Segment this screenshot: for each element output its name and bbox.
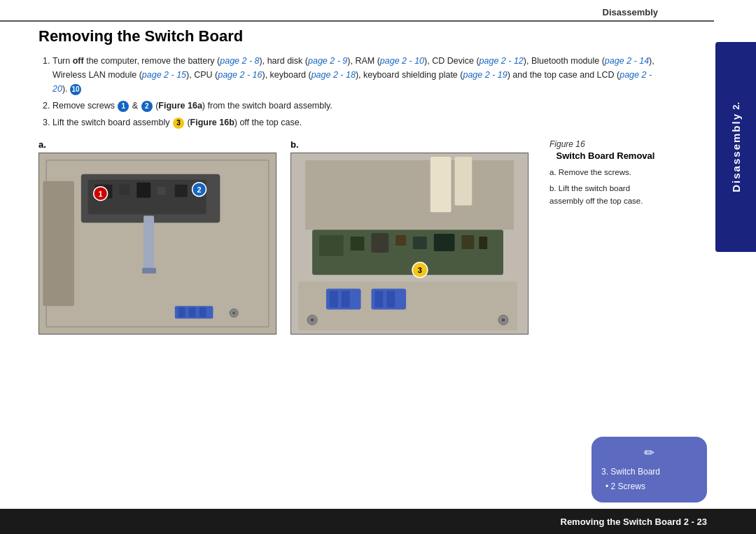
svg-rect-12 <box>142 268 156 274</box>
note-item-3: 3. Switch Board <box>601 466 697 478</box>
svg-rect-6 <box>119 185 130 195</box>
note-icon-10: 10 <box>70 84 81 95</box>
page-header: Disassembly <box>0 0 714 22</box>
link-ram[interactable]: page 2 - 10 <box>380 56 424 66</box>
svg-rect-45 <box>342 290 350 307</box>
svg-rect-33 <box>351 237 365 251</box>
svg-rect-8 <box>158 187 166 195</box>
main-content: Removing the Switch Board Turn off the c… <box>0 22 714 347</box>
svg-rect-11 <box>144 216 154 271</box>
page-footer: Removing the Switch Board 2 - 23 <box>0 509 756 534</box>
pencil-icon: ✏ <box>601 445 697 461</box>
page-title: Removing the Switch Board <box>38 27 662 45</box>
page-container: Disassembly 2. Disassembly Removing the … <box>0 0 756 534</box>
figure-b-svg: 3 <box>291 153 528 334</box>
svg-rect-28 <box>305 160 514 230</box>
svg-rect-35 <box>396 235 406 246</box>
figure-a-image: 1 2 <box>38 153 276 335</box>
svg-rect-2 <box>43 181 74 307</box>
link-cpu[interactable]: page 2 - 16 <box>218 70 262 80</box>
instruction-step2: Remove screws 1 & 2 (Figure 16a) from th… <box>52 99 662 113</box>
fig16a-bold: Figure 16a <box>158 101 202 111</box>
side-tab-number: 2. <box>731 102 741 110</box>
svg-rect-37 <box>434 234 455 251</box>
link-bt[interactable]: page 2 - 14 <box>605 56 649 66</box>
figure-caption-b: b. Lift the switch board assembly off th… <box>550 183 662 207</box>
figure-caption-a: a. Remove the screws. <box>550 167 662 178</box>
svg-rect-39 <box>479 237 487 249</box>
figure-descriptions: a. Remove the screws. b. Lift the switch… <box>550 167 662 207</box>
figure-title: Switch Board Removal <box>550 150 662 161</box>
svg-text:2: 2 <box>197 185 201 194</box>
svg-point-52 <box>501 318 505 322</box>
instructions: Turn off the computer, remove the batter… <box>38 54 662 129</box>
svg-rect-15 <box>189 307 196 317</box>
note-bullet-screws: • 2 Screws <box>606 481 697 493</box>
instruction-step3: Lift the switch board assembly 3 (Figure… <box>52 115 662 129</box>
side-tab: 2. Disassembly <box>715 42 756 252</box>
callout-1-inline: 1 <box>118 101 129 112</box>
svg-rect-29 <box>430 157 451 212</box>
figure-b-image: 3 <box>290 153 528 335</box>
fig16b-bold: Figure 16b <box>190 118 234 127</box>
link-kbd[interactable]: page 2 - 18 <box>312 70 356 80</box>
svg-rect-36 <box>413 237 427 249</box>
callout-2-inline: 2 <box>141 101 153 112</box>
figure-a-wrapper: a. <box>38 139 276 335</box>
footer-text: Removing the Switch Board 2 - 23 <box>561 517 708 527</box>
side-tab-label: Disassembly <box>730 113 742 192</box>
figure-b-label: b. <box>290 139 528 150</box>
svg-point-50 <box>311 318 314 322</box>
svg-text:1: 1 <box>99 190 103 198</box>
figure-b-wrapper: b. <box>290 139 528 335</box>
note-box: ✏ 3. Switch Board • 2 Screws <box>592 437 707 503</box>
svg-rect-30 <box>455 157 472 205</box>
svg-rect-9 <box>175 185 188 197</box>
svg-point-22 <box>232 311 235 314</box>
header-title: Disassembly <box>603 7 659 17</box>
link-cd[interactable]: page 2 - 12 <box>479 56 524 66</box>
figure-a-label: a. <box>38 139 276 150</box>
figure-number: Figure 16 <box>550 139 662 149</box>
svg-rect-7 <box>136 183 150 198</box>
svg-rect-48 <box>386 290 395 307</box>
svg-rect-34 <box>371 233 388 253</box>
svg-rect-47 <box>374 290 383 307</box>
link-shield[interactable]: page 2 - 19 <box>463 70 507 80</box>
svg-rect-14 <box>178 307 186 317</box>
svg-rect-44 <box>330 290 338 307</box>
link-battery[interactable]: page 2 - 8 <box>220 56 259 66</box>
figures-row: a. <box>38 139 662 335</box>
svg-rect-38 <box>461 235 474 249</box>
bold-off: off <box>73 56 84 66</box>
figure-a-svg: 1 2 <box>39 153 276 334</box>
callout-3-inline: 3 <box>173 118 184 129</box>
svg-rect-32 <box>319 235 344 256</box>
instruction-step1: Turn off the computer, remove the batter… <box>52 54 662 96</box>
figure-side-info: Figure 16 Switch Board Removal a. Remove… <box>550 139 662 335</box>
svg-rect-16 <box>200 307 206 317</box>
link-hdd[interactable]: page 2 - 9 <box>308 56 347 66</box>
link-wlan[interactable]: page 2 - 15 <box>142 70 186 80</box>
svg-text:3: 3 <box>418 266 422 274</box>
